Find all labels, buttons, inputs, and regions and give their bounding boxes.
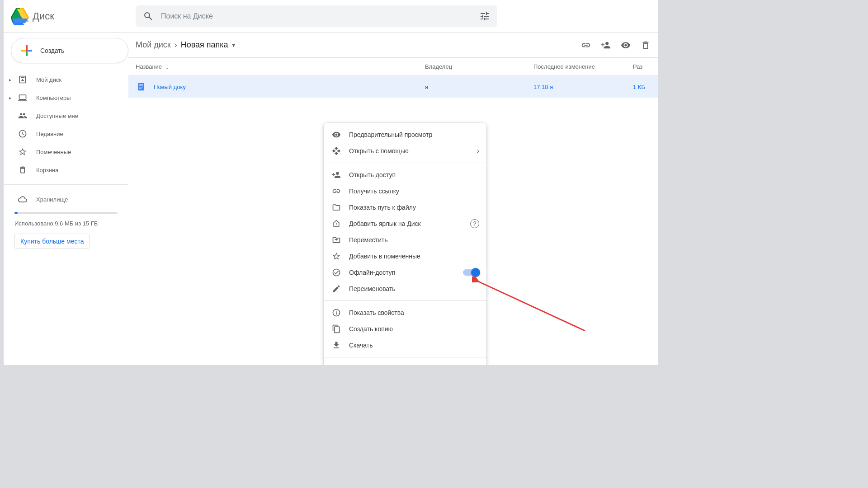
menu-label: Получить ссылку [349, 188, 399, 195]
download-icon [331, 340, 342, 351]
nav-label: Доступные мне [36, 113, 78, 119]
buy-storage-button[interactable]: Купить больше места [14, 234, 90, 249]
tune-icon[interactable] [479, 11, 490, 22]
computers-icon [17, 92, 28, 103]
menu-rename[interactable]: Переименовать [324, 281, 486, 297]
sidebar-item-storage[interactable]: Хранилище [4, 190, 121, 208]
divider [324, 357, 486, 357]
star-icon [17, 146, 28, 157]
nav-label: Корзина [36, 167, 59, 174]
search-input[interactable] [161, 12, 479, 20]
column-modified[interactable]: Последнее изменение [533, 63, 633, 70]
my-drive-icon [17, 74, 28, 85]
plus-icon [19, 42, 35, 59]
header: Диск [4, 0, 658, 33]
eye-icon [331, 129, 342, 140]
menu-label: Офлайн-доступ [349, 269, 395, 276]
info-icon [331, 307, 342, 318]
storage-bar [14, 212, 118, 214]
app-window: Диск Создать ▸ Мой диск [4, 0, 658, 365]
drive-logo-icon [11, 7, 29, 25]
storage-text: Использовано 9,6 МБ из 15 ГБ [14, 219, 118, 228]
body: Создать ▸ Мой диск ▸ Компьютеры Доступны… [4, 33, 658, 365]
menu-details[interactable]: Показать свойства [324, 305, 486, 321]
sidebar-item-my-drive[interactable]: ▸ Мой диск [4, 70, 121, 89]
sidebar-item-trash[interactable]: Корзина [4, 161, 121, 179]
breadcrumb-current-label: Новая папка [181, 40, 228, 50]
breadcrumb-current[interactable]: Новая папка ▼ [181, 40, 236, 50]
column-name[interactable]: Название ↓ [136, 63, 425, 70]
menu-label: Скачать [349, 342, 373, 349]
svg-rect-10 [139, 88, 142, 89]
menu-move[interactable]: Переместить [324, 232, 486, 248]
create-button[interactable]: Создать [11, 38, 128, 63]
shortcut-icon [331, 218, 342, 229]
logo-area[interactable]: Диск [11, 7, 128, 25]
menu-star[interactable]: Добавить в помеченные [324, 248, 486, 264]
menu-label: Открыть доступ [349, 171, 396, 178]
menu-show-path[interactable]: Показать путь к файлу [324, 199, 486, 216]
menu-label: Предварительный просмотр [349, 131, 432, 138]
menu-delete[interactable]: Удалить [324, 361, 486, 365]
file-name: Новый доку [154, 84, 425, 90]
chevron-right-icon: › [175, 40, 177, 50]
eye-icon[interactable] [620, 40, 631, 51]
nav-label: Компьютеры [36, 94, 71, 101]
sort-down-icon: ↓ [165, 63, 169, 70]
offline-icon [331, 267, 342, 278]
open-with-icon [331, 145, 342, 156]
file-modified: 17:18 я [533, 84, 633, 90]
nav-label: Хранилище [36, 196, 68, 203]
recent-icon [17, 128, 28, 139]
search-bar[interactable] [136, 5, 497, 27]
toolbar: Мой диск › Новая папка ▼ [128, 33, 658, 58]
context-menu: Предварительный просмотр Открыть с помощ… [324, 123, 486, 365]
sidebar-item-starred[interactable]: Помеченные [4, 143, 121, 161]
menu-label: Показать путь к файлу [349, 204, 416, 211]
sidebar-item-computers[interactable]: ▸ Компьютеры [4, 89, 121, 107]
file-row[interactable]: Новый доку я 17:18 я 1 КБ [128, 76, 658, 98]
divider [324, 300, 486, 301]
annotation-arrow [472, 277, 590, 340]
menu-share[interactable]: Открыть доступ [324, 167, 486, 183]
nav-label: Помеченные [36, 149, 71, 155]
trash-icon[interactable] [640, 40, 651, 51]
app-name: Диск [33, 10, 54, 22]
menu-preview[interactable]: Предварительный просмотр [324, 127, 486, 143]
breadcrumb-root[interactable]: Мой диск [136, 40, 171, 50]
menu-offline[interactable]: Офлайн-доступ [324, 264, 486, 281]
column-owner[interactable]: Владелец [425, 63, 533, 70]
add-person-icon[interactable] [600, 40, 611, 51]
column-size[interactable]: Раз [633, 63, 651, 70]
link-icon[interactable] [580, 40, 591, 51]
sidebar-item-shared[interactable]: Доступные мне [4, 107, 121, 125]
menu-label: Открыть с помощью [349, 147, 409, 155]
toolbar-actions [580, 40, 651, 51]
svg-rect-7 [139, 84, 143, 85]
menu-label: Добавить ярлык на Диск [349, 220, 421, 227]
shared-icon [17, 110, 28, 121]
offline-toggle[interactable] [463, 269, 479, 276]
svg-line-11 [477, 281, 585, 331]
help-icon[interactable]: ? [470, 219, 479, 228]
add-person-icon [331, 169, 342, 180]
expand-icon: ▸ [9, 77, 14, 82]
menu-download[interactable]: Скачать [324, 337, 486, 353]
menu-copy[interactable]: Создать копию [324, 321, 486, 337]
menu-open-with[interactable]: Открыть с помощью › [324, 143, 486, 159]
nav-label: Мой диск [36, 76, 61, 83]
columns-header: Название ↓ Владелец Последнее изменение … [128, 58, 658, 76]
trash-icon [331, 364, 342, 365]
file-size: 1 КБ [633, 84, 651, 90]
star-icon [331, 251, 342, 262]
sidebar: Создать ▸ Мой диск ▸ Компьютеры Доступны… [4, 33, 128, 365]
menu-label: Добавить в помеченные [349, 253, 420, 260]
menu-get-link[interactable]: Получить ссылку [324, 183, 486, 199]
menu-add-shortcut[interactable]: Добавить ярлык на Диск ? [324, 216, 486, 232]
link-icon [331, 186, 342, 197]
create-label: Создать [40, 47, 64, 54]
sidebar-item-recent[interactable]: Недавние [4, 125, 121, 143]
main-area: Мой диск › Новая папка ▼ Название [128, 33, 658, 365]
menu-label: Показать свойства [349, 309, 404, 316]
divider [324, 163, 486, 163]
